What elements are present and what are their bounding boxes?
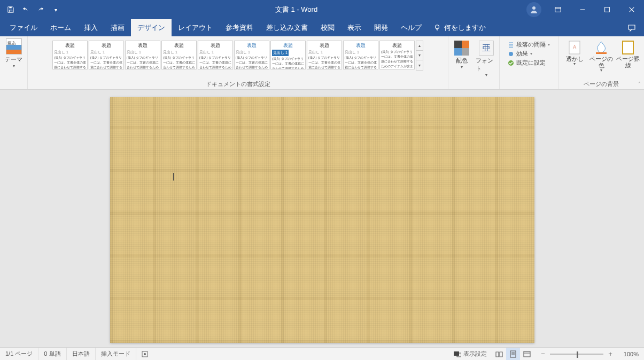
status-word-count[interactable]: 0 単語 — [38, 348, 66, 360]
tab-insert[interactable]: 挿入 — [77, 19, 104, 36]
zoom-out-button[interactable]: − — [539, 350, 547, 358]
gallery-scroll-down-icon[interactable]: ▾ — [416, 51, 423, 60]
style-set-item[interactable]: 表題見出し 1[挿入] タブのギャラリーには、文書の体裁に合わせて調整するための… — [234, 41, 269, 69]
tell-me-label: 何をしますか — [444, 23, 486, 33]
collapse-ribbon-icon[interactable]: ˄ — [638, 81, 641, 87]
svg-point-13 — [144, 353, 146, 355]
chevron-down-icon: ▾ — [600, 68, 602, 73]
account-avatar[interactable] — [526, 2, 541, 17]
svg-rect-4 — [605, 7, 610, 12]
svg-point-2 — [532, 6, 536, 10]
minimize-icon[interactable] — [570, 0, 595, 19]
checkmark-icon — [508, 60, 514, 66]
save-icon[interactable] — [4, 3, 17, 16]
colors-button[interactable]: 配色 ▾ — [451, 41, 472, 77]
view-print-layout-icon[interactable] — [506, 348, 520, 361]
status-page[interactable]: 1/1 ページ — [0, 348, 38, 360]
svg-text:A: A — [573, 44, 577, 50]
status-language[interactable]: 日本語 — [67, 348, 96, 360]
page[interactable] — [110, 97, 534, 343]
zoom-level[interactable]: 100% — [617, 351, 639, 357]
comments-icon[interactable] — [619, 19, 644, 36]
set-default-button[interactable]: 既定に設定 — [508, 59, 550, 67]
themes-icon — [6, 38, 22, 54]
themes-button[interactable]: テーマ ▾ — [4, 38, 24, 68]
gallery-scroll-up-icon[interactable]: ▴ — [416, 41, 423, 51]
tab-file[interactable]: ファイル — [3, 19, 44, 36]
chevron-down-icon: ▾ — [573, 62, 576, 67]
status-macro-icon[interactable] — [136, 348, 153, 360]
ribbon-display-options-icon[interactable] — [546, 0, 570, 19]
group-label-document-formatting: ドキュメントの書式設定 — [28, 80, 448, 88]
view-read-mode-icon[interactable] — [492, 348, 506, 361]
qat-customize-icon[interactable]: ▾ — [49, 3, 62, 16]
tab-review[interactable]: 校閲 — [314, 19, 341, 36]
style-set-gallery[interactable]: 表題見出し 1[挿入] タブのギャラリーには、文書全体の体裁に合わせて調整するた… — [52, 38, 415, 71]
chevron-down-icon: ▾ — [461, 65, 463, 69]
fonts-icon: 亜 — [479, 41, 494, 56]
effects-icon — [508, 51, 514, 57]
page-borders-icon — [621, 41, 635, 54]
zoom-slider-thumb[interactable] — [577, 351, 578, 358]
page-color-icon — [594, 41, 608, 54]
redo-icon[interactable] — [34, 3, 47, 16]
style-set-item[interactable]: 表題見出し 1[挿入] タブのギャラリーには、文書全体の体裁に合わせて調整するた… — [52, 41, 88, 69]
colors-icon — [454, 41, 469, 56]
themes-label: テーマ — [5, 56, 22, 64]
style-set-item[interactable]: 表題見出し 1[挿入] タブのギャラリーには、文書全体の体裁に合わせて調整するた… — [343, 41, 378, 69]
tab-design[interactable]: デザイン — [131, 19, 172, 36]
svg-rect-16 — [510, 351, 516, 357]
chevron-down-icon: ▾ — [485, 73, 487, 77]
tab-mailings[interactable]: 差し込み文書 — [260, 19, 314, 36]
fonts-button[interactable]: 亜 フォント ▾ — [476, 41, 497, 77]
zoom-in-button[interactable]: + — [607, 350, 614, 358]
svg-rect-11 — [623, 41, 633, 54]
maximize-icon[interactable] — [595, 0, 619, 19]
view-web-layout-icon[interactable] — [520, 348, 534, 361]
svg-rect-1 — [9, 7, 11, 9]
svg-rect-0 — [9, 10, 12, 12]
style-set-item[interactable]: 表題見出し 1[挿入] タブのギャラリーには、文書全体の体裁に合わせて調整するた… — [89, 41, 124, 69]
gallery-more-icon[interactable]: ▾ — [416, 60, 423, 70]
group-label-page-background: ページの背景 — [558, 80, 644, 88]
status-insert-mode[interactable]: 挿入モード — [96, 348, 136, 360]
style-set-item[interactable]: 表題[挿入] タブのギャラリーには、文書全体の体裁に合わせて調整するためのアイテ… — [379, 41, 415, 69]
text-cursor — [173, 173, 174, 181]
document-area[interactable] — [0, 90, 644, 347]
paragraph-spacing-icon — [508, 42, 514, 48]
style-set-item[interactable]: 表題見出し 1[挿入] タブのギャラリーには、文書全体の体裁に合わせて調整するた… — [307, 41, 342, 69]
page-borders-button[interactable]: ページ罫線 — [616, 41, 640, 73]
watermark-button[interactable]: A 透かし ▾ — [562, 41, 587, 73]
tab-layout[interactable]: レイアウト — [172, 19, 219, 36]
style-set-item[interactable]: 表題見出し 1[挿入] タブのギャラリーには、文書の体裁に合わせて調整するための… — [198, 41, 233, 69]
tell-me-search[interactable]: 何をしますか — [428, 19, 491, 36]
paragraph-spacing-button[interactable]: 段落の間隔 ▾ — [508, 41, 550, 49]
tab-view[interactable]: 表示 — [341, 19, 368, 36]
svg-rect-14 — [454, 351, 459, 356]
watermark-icon: A — [568, 41, 581, 54]
svg-point-5 — [436, 25, 439, 29]
lightbulb-icon — [433, 24, 441, 32]
svg-point-6 — [509, 52, 513, 56]
tab-draw[interactable]: 描画 — [104, 19, 131, 36]
tab-references[interactable]: 参考資料 — [219, 19, 260, 36]
effects-button[interactable]: 効果 ▾ — [508, 50, 550, 58]
style-set-item[interactable]: 表題見出し 1[挿入] タブのギャラリーには、文書の体裁に合わせて調整するための… — [161, 41, 197, 69]
page-color-button[interactable]: ページの色 ▾ — [589, 41, 614, 73]
svg-rect-3 — [555, 7, 561, 12]
zoom-slider[interactable] — [550, 354, 603, 355]
style-set-item[interactable]: 表題見出し 1[挿入] タブのギャラリーには、文書の体裁に合わせて調整するための… — [125, 41, 160, 69]
svg-rect-17 — [524, 351, 530, 357]
tab-home[interactable]: ホーム — [44, 19, 77, 36]
display-settings-icon — [454, 351, 461, 357]
style-set-item[interactable]: 表題見出し 1[挿入] タブのギャラリーには、文書の体裁に合わせて調整するための… — [270, 41, 306, 69]
svg-rect-10 — [596, 52, 607, 54]
chevron-down-icon: ▾ — [13, 64, 15, 68]
fonts-label: フォント — [476, 57, 497, 73]
undo-icon[interactable] — [19, 3, 32, 16]
tab-help[interactable]: ヘルプ — [394, 19, 428, 36]
colors-label: 配色 — [456, 57, 468, 65]
tab-developer[interactable]: 開発 — [368, 19, 394, 36]
close-icon[interactable] — [619, 0, 644, 19]
status-display-settings[interactable]: 表示設定 — [448, 348, 492, 360]
